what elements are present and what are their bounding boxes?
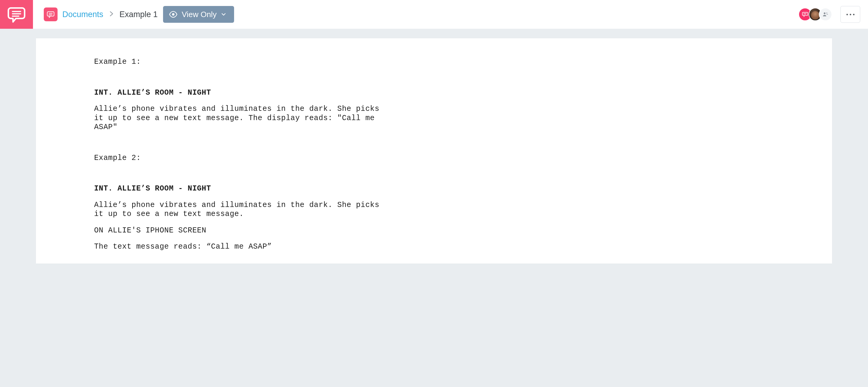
script-line: Example 2: [94, 154, 385, 163]
svg-point-9 [824, 12, 826, 14]
script-gap [94, 235, 385, 242]
add-collaborator-button[interactable] [819, 8, 832, 21]
chevron-down-icon [221, 12, 226, 17]
breadcrumb-root[interactable]: Documents [62, 10, 103, 19]
script-gap [94, 132, 385, 154]
chat-bubble-icon [802, 11, 808, 18]
document-canvas: Example 1:INT. ALLIE’S ROOM - NIGHTAllie… [0, 29, 868, 264]
svg-point-10 [826, 12, 827, 13]
script-gap [94, 67, 385, 88]
view-mode-label: View Only [182, 10, 217, 19]
app-logo[interactable] [0, 0, 33, 29]
more-menu-button[interactable] [840, 6, 860, 23]
slugline: INT. ALLIE’S ROOM - NIGHT [94, 184, 385, 193]
header-right [799, 6, 868, 23]
script-gap [94, 163, 385, 184]
dot-icon [850, 14, 851, 15]
doc-type-icon[interactable] [44, 7, 58, 21]
script-line: Allie’s phone vibrates and illuminates i… [94, 201, 385, 219]
script-gap [94, 193, 385, 201]
script-line: Allie’s phone vibrates and illuminates i… [94, 104, 385, 132]
document-page: Example 1:INT. ALLIE’S ROOM - NIGHTAllie… [36, 38, 832, 264]
chat-bubble-icon [7, 5, 26, 24]
breadcrumb-current: Example 1 [120, 10, 158, 19]
script-gap [94, 97, 385, 104]
script-line: Example 1: [94, 58, 385, 67]
person-add-icon [822, 11, 829, 18]
script-line: ON ALLIE'S IPHONE SCREEN [94, 226, 385, 235]
svg-rect-11 [827, 14, 828, 14]
slugline: INT. ALLIE’S ROOM - NIGHT [94, 88, 385, 98]
presence-stack [799, 8, 832, 21]
eye-icon [169, 10, 178, 19]
dot-icon [853, 14, 855, 15]
script-line: The text message reads: “Call me ASAP” [94, 242, 385, 252]
breadcrumb: Documents Example 1 [44, 7, 158, 21]
script-body: Example 1:INT. ALLIE’S ROOM - NIGHTAllie… [94, 58, 385, 252]
chevron-right-icon [108, 10, 115, 19]
script-gap [94, 219, 385, 226]
view-mode-button[interactable]: View Only [163, 6, 234, 23]
dot-icon [846, 14, 848, 15]
top-bar: Documents Example 1 View Only [0, 0, 868, 29]
svg-point-6 [172, 13, 175, 15]
chat-bubble-icon [47, 10, 55, 18]
